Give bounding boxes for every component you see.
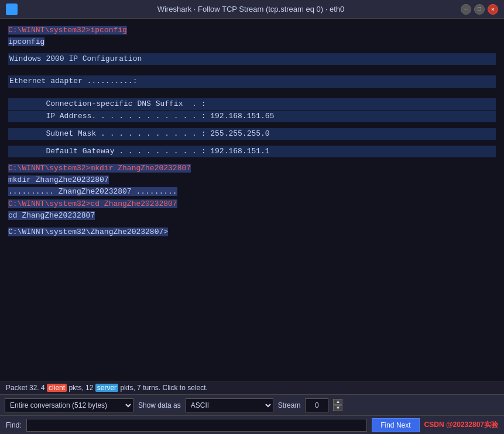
mkdir-echo-text: mkdir ZhangZhe20232807 xyxy=(8,175,109,184)
close-button[interactable]: ✕ xyxy=(488,4,498,15)
cd-echo: cd ZhangZhe20232807 xyxy=(8,210,496,222)
conversation-select[interactable]: Entire conversation (512 bytes) xyxy=(5,398,133,412)
win2k-config-line: Windows 2000 IP Configuration xyxy=(8,53,496,65)
cmd-line-mkdir: C:\WINNT\system32>mkdir ZhangZhe20232807 xyxy=(8,163,496,174)
find-input[interactable] xyxy=(26,419,368,432)
stream-arrows[interactable]: ▲ ▼ xyxy=(333,399,342,411)
find-label: Find: xyxy=(6,421,22,429)
default-gateway-line: Default Gateway . . . . . . . . . : 192.… xyxy=(8,146,496,157)
stream-label: Stream xyxy=(278,401,301,409)
spacer1 xyxy=(8,48,496,53)
status-text-between: pkts, 12 xyxy=(67,384,95,392)
subnet-mask-line: Subnet Mask . . . . . . . . . . . : 255.… xyxy=(8,128,496,140)
show-data-as-label: Show data as xyxy=(138,401,181,409)
dots-line: .......... ZhangZhe20232807 ......... xyxy=(8,186,496,198)
terminal-content: C:\WINNT\system32>ipconfig ipconfig Wind… xyxy=(0,19,504,381)
spacer9 xyxy=(8,222,496,226)
cd-prefix: C:\WINNT\system32> xyxy=(8,199,90,208)
status-text-before: Packet 32. 4 xyxy=(6,384,47,392)
cmd-text: ipconfig xyxy=(90,26,126,35)
mkdir-cmd: mkdir ZhangZhe20232807 xyxy=(90,164,191,173)
cd-cmd: cd ZhangZhe20232807 xyxy=(90,199,177,208)
cmd-line-cd: C:\WINNT\system32>cd ZhangZhe20232807 xyxy=(8,198,496,210)
spacer6 xyxy=(8,123,496,128)
statusbar: Packet 32. 4 client pkts, 12 server pkts… xyxy=(0,381,504,394)
window-controls[interactable]: — □ ✕ xyxy=(461,4,498,15)
window-title: Wireshark · Follow TCP Stream (tcp.strea… xyxy=(41,5,461,13)
ip-address-line: IP Address. . . . . . . . . . . . : 192.… xyxy=(8,111,496,122)
mkdir-echo: mkdir ZhangZhe20232807 xyxy=(8,174,496,186)
app-icon xyxy=(6,4,18,15)
show-data-as-select[interactable]: ASCII HEX C Arrays Raw UTF-8 xyxy=(186,398,273,412)
new-prompt-line: C:\WINNT\system32\ZhangZhe20232807> xyxy=(8,226,496,238)
server-badge: server xyxy=(95,384,118,392)
stream-up-button[interactable]: ▲ xyxy=(333,399,342,405)
maximize-button[interactable]: □ xyxy=(474,4,485,15)
cd-echo-text: cd ZhangZhe20232807 xyxy=(8,211,95,220)
titlebar-left xyxy=(6,4,41,15)
stream-input[interactable]: 0 xyxy=(305,398,328,412)
minimize-button[interactable]: — xyxy=(461,4,471,15)
spacer4 xyxy=(8,88,496,93)
titlebar: Wireshark · Follow TCP Stream (tcp.strea… xyxy=(0,0,504,19)
cmd-prefix: C:\WINNT\system32> xyxy=(8,26,90,35)
ethernet-adapter-line: Ethernet adapter ..........: xyxy=(8,75,496,87)
cmd-line-ipconfig: C:\WINNT\system32>ipconfig xyxy=(8,25,496,36)
stream-down-button[interactable]: ▼ xyxy=(333,405,342,411)
spacer3 xyxy=(8,70,496,75)
spacer2 xyxy=(8,66,496,70)
dns-suffix-line: Connection-specific DNS Suffix . : xyxy=(8,98,496,110)
new-prompt-text: C:\WINNT\system32\ZhangZhe20232807> xyxy=(8,228,168,236)
watermark-text: CSDN @20232807实验 xyxy=(424,420,498,430)
find-next-button[interactable]: Find Next xyxy=(372,418,419,432)
status-text-after: pkts, 7 turns. Click to select. xyxy=(118,384,208,392)
cmd-echo-text: ipconfig xyxy=(8,37,44,46)
spacer5 xyxy=(8,93,496,98)
mkdir-prefix: C:\WINNT\system32> xyxy=(8,164,90,173)
spacer8 xyxy=(8,158,496,163)
toolbar: Entire conversation (512 bytes) Show dat… xyxy=(0,394,504,415)
dots-text: .......... ZhangZhe20232807 ......... xyxy=(8,187,177,196)
spacer7 xyxy=(8,140,496,145)
cmd-echo-ipconfig: ipconfig xyxy=(8,36,496,48)
findbar: Find: Find Next CSDN @20232807实验 xyxy=(0,415,504,434)
client-badge: client xyxy=(47,384,67,392)
